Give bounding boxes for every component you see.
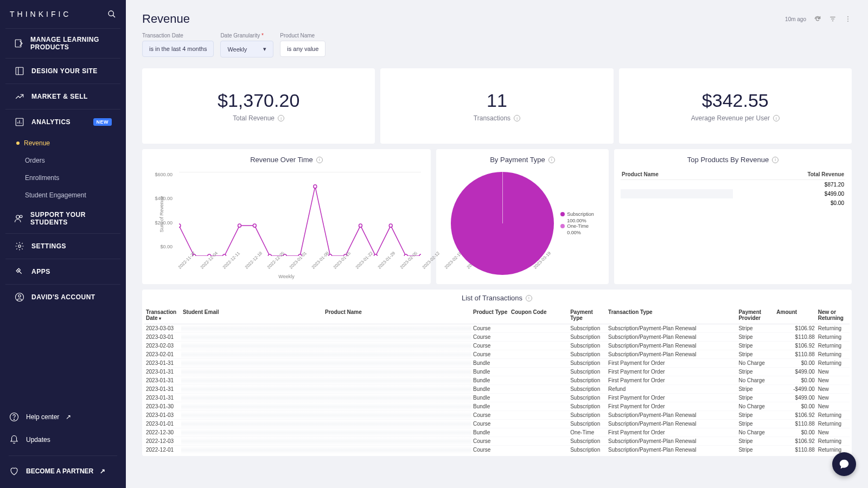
sidebar-item-account[interactable]: DAVID'S ACCOUNT xyxy=(5,285,120,310)
main-content: Revenue 10m ago Transaction Date is in t… xyxy=(126,0,868,488)
table-header[interactable]: Product Type xyxy=(471,306,509,324)
svg-point-20 xyxy=(847,18,848,20)
table-header[interactable]: Product Name xyxy=(323,306,471,324)
refresh-icon[interactable] xyxy=(814,15,821,23)
table-row[interactable]: 2023-01-31BundleSubscriptionFirst Paymen… xyxy=(144,368,850,376)
svg-point-15 xyxy=(14,419,14,420)
sub-item-orders[interactable]: Orders xyxy=(25,152,126,169)
info-icon[interactable]: i xyxy=(548,157,555,163)
table-header[interactable]: Transaction Type xyxy=(607,306,737,324)
sidebar-item-support-students[interactable]: SUPPORT YOUR STUDENTS xyxy=(5,204,120,234)
page-header: Revenue 10m ago xyxy=(142,12,852,26)
required-asterisk: * xyxy=(261,33,264,38)
legend-item: One-Time xyxy=(560,223,594,229)
table-row[interactable]: 2023-02-03CourseSubscriptionSubscription… xyxy=(144,342,850,350)
legend-swatch-icon xyxy=(560,212,565,216)
transactions-card: List of Transactionsi Transaction Date▾S… xyxy=(142,290,852,456)
become-partner-link[interactable]: BECOME A PARTNER ↗ xyxy=(9,455,117,483)
filter-product-name: Product Name is any value xyxy=(280,33,326,57)
sidebar-item-apps[interactable]: APPS xyxy=(5,259,120,285)
sidebar-item-manage-learning-products[interactable]: MANAGE LEARNING PRODUCTS xyxy=(5,28,120,59)
info-icon[interactable]: i xyxy=(316,157,323,163)
svg-point-0 xyxy=(108,11,113,16)
sidebar-item-settings[interactable]: SETTINGS xyxy=(5,234,120,259)
info-icon[interactable]: i xyxy=(772,157,778,163)
svg-point-10 xyxy=(20,215,23,218)
table-row[interactable]: 2023-01-03CourseSubscriptionSubscription… xyxy=(144,411,850,420)
svg-point-11 xyxy=(18,245,21,248)
heart-hands-icon xyxy=(9,466,20,477)
table-row[interactable]: 2022-12-03CourseSubscriptionSubscription… xyxy=(144,437,850,446)
table-header[interactable]: Coupon Code xyxy=(509,306,569,324)
chart-title: Top Products By Revenuei xyxy=(621,156,845,164)
table-row[interactable]: 2023-01-01CourseSubscriptionSubscription… xyxy=(144,420,850,428)
sidebar-item-market-sell[interactable]: MARKET & SELL xyxy=(5,84,120,110)
table-header[interactable]: Total Revenue xyxy=(733,169,845,180)
updates-link[interactable]: Updates xyxy=(9,428,117,451)
sidebar: THINKIFIC MANAGE LEARNING PRODUCTS DESIG… xyxy=(0,0,126,488)
analytics-sub-nav: Revenue Orders Enrollments Student Engag… xyxy=(0,134,126,204)
filter-product-name-value[interactable]: is any value xyxy=(280,41,326,57)
table-header[interactable]: Student Email xyxy=(181,306,323,324)
table-row[interactable]: 2022-12-01CourseSubscriptionSubscription… xyxy=(144,446,850,454)
sidebar-footer: Help center ↗ Updates BECOME A PARTNER ↗ xyxy=(0,400,126,488)
svg-point-38 xyxy=(419,254,421,256)
pie-chart-wrapper: Subscription100.00%One-Time0.00% xyxy=(443,169,602,278)
filter-value-text: is any value xyxy=(287,46,318,52)
table-row[interactable]: 2023-01-31BundleSubscriptionFirst Paymen… xyxy=(144,359,850,368)
table-row[interactable]: 2023-01-31BundleSubscriptionFirst Paymen… xyxy=(144,394,850,402)
top-products-chart: Top Products By Revenuei Product NameTot… xyxy=(614,149,852,284)
sidebar-item-analytics[interactable]: ANALYTICS NEW xyxy=(5,110,120,134)
new-badge: NEW xyxy=(93,118,112,126)
svg-point-35 xyxy=(374,254,377,256)
table-row[interactable]: 2023-01-31BundleSubscriptionRefundStripe… xyxy=(144,385,850,394)
table-row[interactable]: 2023-03-01CourseSubscriptionSubscription… xyxy=(144,333,850,342)
svg-point-13 xyxy=(18,295,21,298)
help-center-link[interactable]: Help center ↗ xyxy=(9,406,117,428)
filter-icon[interactable] xyxy=(829,15,837,23)
svg-point-28 xyxy=(268,254,271,256)
table-header[interactable]: Amount xyxy=(775,306,816,324)
table-header[interactable]: Product Name xyxy=(621,169,733,180)
table-row[interactable]: 2023-01-30BundleSubscriptionFirst Paymen… xyxy=(144,402,850,411)
info-icon[interactable]: i xyxy=(278,115,284,121)
info-icon[interactable]: i xyxy=(773,115,780,121)
transactions-table: Transaction Date▾Student EmailProduct Na… xyxy=(144,306,850,454)
kpi-value: 11 xyxy=(391,90,602,111)
filter-bar: Transaction Date is in the last 4 months… xyxy=(142,33,852,57)
filter-date-granularity-value[interactable]: Weekly▾ xyxy=(220,41,273,57)
filter-transaction-date-value[interactable]: is in the last 4 months xyxy=(142,41,214,57)
table-row: $499.00 xyxy=(621,189,845,198)
search-icon[interactable] xyxy=(107,10,116,18)
help-label: Help center xyxy=(26,413,59,421)
help-icon xyxy=(9,412,20,422)
pie-legend: Subscription100.00%One-Time0.00% xyxy=(560,211,594,235)
sub-item-revenue[interactable]: Revenue xyxy=(25,134,126,152)
table-header[interactable]: Payment Type xyxy=(569,306,607,324)
updates-label: Updates xyxy=(26,436,50,444)
filter-label: Date Granularity * xyxy=(220,33,273,38)
brand-logo: THINKIFIC xyxy=(10,10,71,18)
sidebar-item-design-your-site[interactable]: DESIGN YOUR SITE xyxy=(5,59,120,84)
y-tick: $600.00 xyxy=(149,172,176,177)
legend-pct: 0.00% xyxy=(560,230,594,235)
table-header[interactable]: Payment Provider xyxy=(737,306,775,324)
sub-item-enrollments[interactable]: Enrollments xyxy=(25,169,126,187)
svg-point-21 xyxy=(847,21,848,22)
filter-transaction-date: Transaction Date is in the last 4 months xyxy=(142,33,214,57)
table-row[interactable]: 2023-01-31BundleSubscriptionFirst Paymen… xyxy=(144,376,850,385)
svg-rect-3 xyxy=(16,67,23,75)
table-header[interactable]: New or Returning xyxy=(816,306,850,324)
info-icon[interactable]: i xyxy=(526,295,532,301)
sub-item-student-engagement[interactable]: Student Engagement xyxy=(25,187,126,204)
svg-point-37 xyxy=(404,254,407,256)
table-row[interactable]: 2023-03-03CourseSubscriptionSubscription… xyxy=(144,324,850,333)
table-row[interactable]: 2022-12-30BundleOne-TimeFirst Payment fo… xyxy=(144,428,850,437)
kpi-value: $1,370.20 xyxy=(153,90,364,111)
table-row[interactable]: 2023-02-01CourseSubscriptionSubscription… xyxy=(144,350,850,359)
info-icon[interactable]: i xyxy=(514,115,520,121)
table-header[interactable]: Transaction Date▾ xyxy=(144,306,181,324)
more-icon[interactable] xyxy=(844,15,852,23)
chat-fab[interactable] xyxy=(832,452,856,476)
users-icon xyxy=(14,213,24,224)
